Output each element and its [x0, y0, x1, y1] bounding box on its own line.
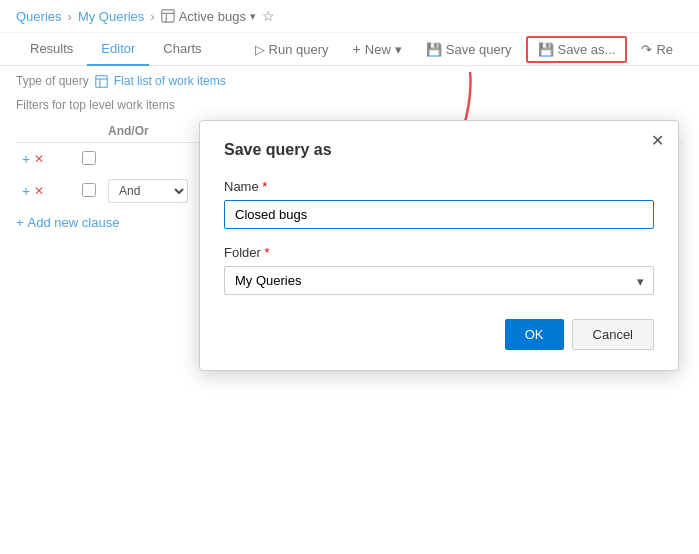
dialog-actions: OK Cancel — [224, 319, 654, 350]
save-query-as-dialog: Save query as ✕ Name * Folder * My Queri… — [199, 120, 679, 371]
folder-required-marker: * — [264, 245, 269, 260]
dialog-title: Save query as — [224, 141, 654, 159]
dialog-close-button[interactable]: ✕ — [651, 133, 664, 149]
folder-select[interactable]: My Queries Shared Queries — [224, 266, 654, 295]
name-required-marker: * — [262, 179, 267, 194]
name-field-label: Name * — [224, 179, 654, 194]
folder-select-wrapper: My Queries Shared Queries ▾ — [224, 266, 654, 295]
cancel-button[interactable]: Cancel — [572, 319, 654, 350]
ok-button[interactable]: OK — [505, 319, 564, 350]
folder-field-label: Folder * — [224, 245, 654, 260]
dialog-overlay: Save query as ✕ Name * Folder * My Queri… — [0, 0, 699, 554]
name-input[interactable] — [224, 200, 654, 229]
